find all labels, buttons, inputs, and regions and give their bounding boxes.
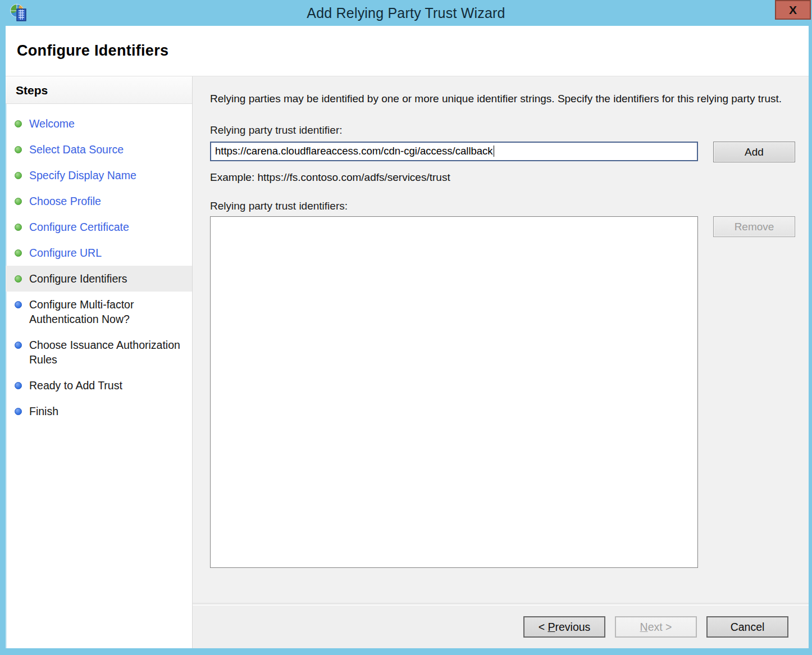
- close-button[interactable]: X: [775, 0, 811, 20]
- window-title: Add Relying Party Trust Wizard: [0, 5, 812, 21]
- sidebar-item-label: Finish: [29, 404, 58, 419]
- sidebar-item-configure-certificate: Configure Certificate: [6, 214, 192, 240]
- step-bullet-icon: [15, 146, 22, 153]
- text-caret: [494, 145, 494, 157]
- step-bullet-icon: [15, 382, 22, 389]
- identifier-input[interactable]: https://carena.cloudflareaccess.com/cdn-…: [210, 142, 698, 161]
- sidebar-item-label: Select Data Source: [29, 142, 124, 157]
- sidebar-item-ready-to-add-trust: Ready to Add Trust: [6, 372, 192, 398]
- identifier-input-value: https://carena.cloudflareaccess.com/cdn-…: [215, 145, 493, 157]
- sidebar-item-choose-profile: Choose Profile: [6, 188, 192, 214]
- previous-button[interactable]: < Previous: [523, 616, 605, 638]
- example-text: Example: https://fs.contoso.com/adfs/ser…: [210, 171, 809, 184]
- sidebar-item-label: Configure Multi-factor Authentication No…: [29, 297, 188, 326]
- intro-text: Relying parties may be identified by one…: [210, 91, 786, 107]
- steps-list: WelcomeSelect Data SourceSpecify Display…: [6, 104, 192, 424]
- sidebar-item-label: Configure Certificate: [29, 220, 129, 234]
- sidebar-item-label: Choose Profile: [29, 194, 101, 208]
- sidebar-item-configure-url: Configure URL: [6, 240, 192, 266]
- titlebar: Add Relying Party Trust Wizard X: [0, 0, 812, 26]
- step-bullet-icon: [15, 408, 22, 415]
- sidebar-item-label: Specify Display Name: [29, 168, 136, 183]
- step-bullet-icon: [15, 172, 22, 179]
- wizard-window: Add Relying Party Trust Wizard X Configu…: [0, 0, 812, 655]
- sidebar-item-configure-identifiers: Configure Identifiers: [6, 266, 192, 292]
- footer-bar: < Previous Next > Cancel: [193, 604, 809, 648]
- step-bullet-icon: [15, 120, 22, 128]
- sidebar-item-label: Choose Issuance Authorization Rules: [29, 338, 188, 367]
- step-bullet-icon: [15, 198, 22, 205]
- remove-button[interactable]: Remove: [713, 216, 795, 237]
- identifiers-listbox[interactable]: [210, 216, 698, 568]
- sidebar-item-label: Configure URL: [29, 245, 102, 260]
- steps-sidebar: Steps WelcomeSelect Data SourceSpecify D…: [6, 76, 193, 648]
- sidebar-item-choose-issuance-authorization-rules: Choose Issuance Authorization Rules: [6, 332, 192, 372]
- cancel-button[interactable]: Cancel: [706, 616, 788, 638]
- sidebar-item-configure-multi-factor-authentication-now: Configure Multi-factor Authentication No…: [6, 292, 192, 332]
- add-button[interactable]: Add: [713, 142, 795, 162]
- content-pane: Relying parties may be identified by one…: [193, 76, 809, 604]
- sidebar-item-label: Ready to Add Trust: [29, 378, 122, 393]
- sidebar-item-welcome: Welcome: [6, 111, 192, 137]
- sidebar-item-select-data-source: Select Data Source: [6, 137, 192, 162]
- steps-heading: Steps: [6, 76, 192, 104]
- next-button[interactable]: Next >: [615, 616, 697, 638]
- sidebar-item-finish: Finish: [6, 398, 192, 424]
- step-bullet-icon: [15, 301, 22, 308]
- sidebar-item-specify-display-name: Specify Display Name: [6, 162, 192, 188]
- sidebar-item-label: Welcome: [29, 116, 75, 131]
- page-title: Configure Identifiers: [17, 42, 168, 60]
- step-bullet-icon: [15, 224, 22, 231]
- wizard-body: Configure Identifiers Steps WelcomeSelec…: [6, 26, 809, 648]
- step-bullet-icon: [15, 249, 22, 257]
- identifiers-list-label: Relying party trust identifiers:: [210, 200, 809, 212]
- page-header: Configure Identifiers: [6, 26, 809, 76]
- step-bullet-icon: [15, 342, 22, 349]
- sidebar-item-label: Configure Identifiers: [29, 271, 127, 286]
- adfs-app-icon: [9, 3, 29, 23]
- step-bullet-icon: [15, 275, 22, 283]
- identifier-label: Relying party trust identifier:: [210, 124, 809, 137]
